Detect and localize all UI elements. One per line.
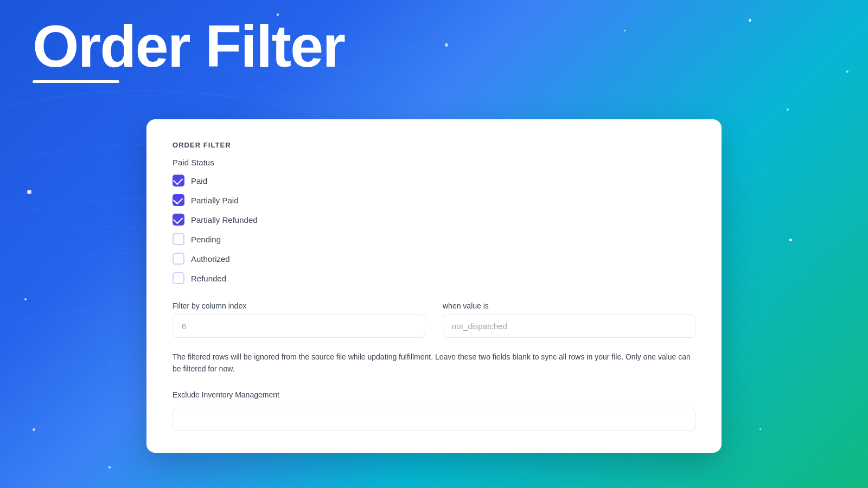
checkbox-authorized-label: Authorized xyxy=(191,254,230,264)
checkbox-paid-box[interactable] xyxy=(173,175,184,187)
section-label: ORDER FILTER xyxy=(173,141,695,149)
checkbox-partially-paid-box[interactable] xyxy=(173,194,184,206)
exclude-inventory-input[interactable] xyxy=(173,408,695,431)
exclude-label: Exclude Inventory Management xyxy=(173,390,695,399)
header-area: Order Filter xyxy=(33,16,344,83)
checkbox-partially-refunded-label: Partially Refunded xyxy=(191,215,258,224)
checkbox-partially-refunded-box[interactable] xyxy=(173,214,184,226)
checkbox-partially-paid[interactable]: Partially Paid xyxy=(173,194,695,206)
checkbox-group: Paid Partially Paid Partially Refunded P… xyxy=(173,175,695,284)
checkbox-pending-box[interactable] xyxy=(173,233,184,245)
paid-status-label: Paid Status xyxy=(173,158,695,167)
checkbox-authorized-box[interactable] xyxy=(173,253,184,265)
description-text: The filtered rows will be ignored from t… xyxy=(173,351,695,375)
checkbox-refunded-box[interactable] xyxy=(173,272,184,284)
checkbox-paid[interactable]: Paid xyxy=(173,175,695,187)
checkbox-refunded[interactable]: Refunded xyxy=(173,272,695,284)
checkbox-pending-label: Pending xyxy=(191,235,221,244)
checkbox-partially-refunded[interactable]: Partially Refunded xyxy=(173,214,695,226)
filter-card: ORDER FILTER Paid Status Paid Partially … xyxy=(146,119,722,453)
when-value-field: when value is xyxy=(443,301,695,338)
title-underline xyxy=(33,80,119,83)
filter-fields-row: Filter by column index when value is xyxy=(173,301,695,338)
checkbox-pending[interactable]: Pending xyxy=(173,233,695,245)
checkbox-authorized[interactable]: Authorized xyxy=(173,253,695,265)
checkbox-paid-label: Paid xyxy=(191,176,207,185)
when-value-input[interactable] xyxy=(443,314,695,338)
page-title: Order Filter xyxy=(33,16,344,76)
column-index-input[interactable] xyxy=(173,314,425,338)
column-index-label: Filter by column index xyxy=(173,301,425,310)
checkbox-refunded-label: Refunded xyxy=(191,274,226,283)
when-value-label: when value is xyxy=(443,301,695,310)
exclude-inventory-field: Exclude Inventory Management xyxy=(173,390,695,431)
column-index-field: Filter by column index xyxy=(173,301,425,338)
checkbox-partially-paid-label: Partially Paid xyxy=(191,196,239,205)
